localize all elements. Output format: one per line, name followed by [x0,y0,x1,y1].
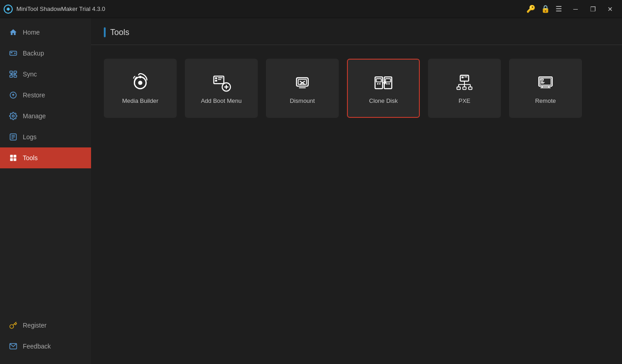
page-title: Tools [110,28,129,37]
add-boot-menu-icon [211,73,231,93]
svg-point-3 [14,53,15,54]
svg-rect-58 [469,87,472,90]
tools-nav-label: Tools [23,154,38,162]
lock-icon[interactable]: 🔒 [541,5,550,13]
pxe-label: PXE [459,97,470,104]
sync-icon [9,70,17,78]
svg-point-13 [12,115,15,117]
remote-icon [535,73,556,93]
sync-label: Sync [23,71,37,78]
content-area: Tools Media Builder [91,18,622,364]
sidebar-bottom: Register Feedback [0,315,91,364]
svg-rect-42 [379,83,381,84]
dismount-icon [292,73,312,93]
svg-rect-18 [10,155,13,157]
logs-label: Logs [23,133,36,141]
window-controls: ─ ❐ ✕ [567,2,618,16]
tools-nav-icon [9,154,17,162]
svg-rect-20 [10,158,13,161]
feedback-icon [9,342,17,350]
svg-rect-27 [215,77,217,79]
manage-icon [9,112,17,120]
register-icon [9,321,17,329]
restore-button[interactable]: ❐ [585,2,601,16]
title-bar-left: MiniTool ShadowMaker Trial 4.3.0 [4,5,105,14]
home-label: Home [23,29,40,36]
sidebar-item-sync[interactable]: Sync [0,64,91,85]
sidebar-item-register[interactable]: Register [0,315,91,336]
svg-point-24 [138,81,142,85]
media-builder-label: Media Builder [122,97,158,104]
manage-label: Manage [23,112,46,120]
backup-label: Backup [23,50,44,57]
svg-rect-4 [10,71,13,73]
tool-card-media-builder[interactable]: Media Builder [104,59,177,118]
minimize-button[interactable]: ─ [567,2,584,16]
sidebar-item-feedback[interactable]: Feedback [0,336,91,357]
media-builder-icon [130,73,150,93]
sidebar-item-logs[interactable]: Logs [0,126,91,147]
sidebar: Home Backup Sync Restore [0,18,91,364]
svg-rect-29 [218,77,223,78]
svg-rect-21 [14,158,16,161]
add-boot-menu-label: Add Boot Menu [201,97,242,104]
svg-rect-41 [377,83,378,84]
register-label: Register [23,322,46,329]
svg-rect-45 [386,78,391,81]
svg-rect-50 [464,76,467,77]
feedback-label: Feedback [23,343,51,350]
svg-rect-35 [298,79,306,84]
svg-rect-40 [376,78,381,81]
svg-rect-49 [462,76,464,78]
svg-rect-7 [14,75,17,77]
title-bar: MiniTool ShadowMaker Trial 4.3.0 🔑 🔒 ☰ ─… [0,0,622,18]
sidebar-item-home[interactable]: Home [0,22,91,43]
header-accent-bar [104,27,106,37]
pxe-icon [454,73,474,93]
svg-rect-57 [463,87,466,90]
svg-rect-2 [10,52,13,53]
tools-grid: Media Builder Add Boot Men [91,45,622,131]
home-icon [9,28,17,36]
svg-rect-30 [218,79,221,80]
logs-icon [9,133,17,141]
svg-rect-28 [215,80,217,81]
sidebar-item-restore[interactable]: Restore [0,85,91,106]
restore-label: Restore [23,91,45,99]
svg-rect-47 [388,83,390,84]
tool-card-dismount[interactable]: Dismount [266,59,339,118]
tool-card-pxe[interactable]: PXE [428,59,501,118]
tool-card-clone-disk[interactable]: Clone Disk [347,59,420,118]
app-title: MiniTool ShadowMaker Trial 4.3.0 [16,5,105,12]
svg-rect-56 [457,87,460,90]
svg-point-25 [139,76,142,78]
svg-rect-19 [14,155,16,157]
sidebar-nav: Home Backup Sync Restore [0,18,91,315]
tool-card-add-boot-menu[interactable]: Add Boot Menu [185,59,258,118]
clone-disk-icon [373,73,393,93]
svg-rect-6 [10,75,13,77]
page-header: Tools [91,18,622,45]
dismount-label: Dismount [290,97,315,104]
svg-rect-46 [386,83,387,84]
sidebar-item-tools[interactable]: Tools [0,147,91,168]
svg-rect-48 [460,75,469,81]
close-button[interactable]: ✕ [602,2,618,16]
sidebar-item-backup[interactable]: Backup [0,43,91,64]
backup-icon [9,49,17,57]
title-bar-icons: 🔑 🔒 ☰ [526,5,562,13]
remote-label: Remote [535,97,556,104]
svg-rect-5 [14,71,17,73]
main-layout: Home Backup Sync Restore [0,18,622,364]
restore-icon [9,91,17,99]
svg-rect-61 [541,79,544,80]
app-icon [4,5,13,14]
tool-card-remote[interactable]: Remote [509,59,582,118]
menu-icon[interactable]: ☰ [556,5,562,13]
sidebar-item-manage[interactable]: Manage [0,106,91,126]
key-icon[interactable]: 🔑 [526,5,535,13]
clone-disk-label: Clone Disk [369,97,398,104]
